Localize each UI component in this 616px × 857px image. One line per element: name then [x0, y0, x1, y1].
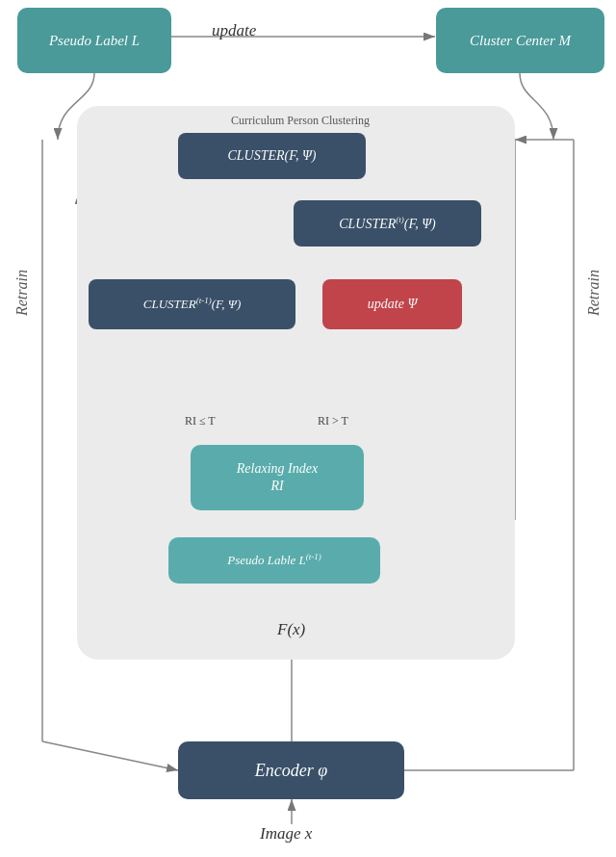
curriculum-label: Curriculum Person Clustering: [231, 114, 370, 128]
cluster-t-box: CLUSTER(t)(F, Ψ): [294, 200, 481, 247]
update-psi-box: update Ψ: [322, 279, 462, 329]
encoder-box: Encoder φ: [178, 741, 404, 799]
pseudo-label-box: Pseudo Label L: [17, 8, 171, 73]
relaxing-index-ri: RI: [270, 479, 283, 494]
cluster-t1-text: CLUSTER(t-1)(F, Ψ): [143, 296, 241, 312]
diagram-container: Pseudo Label L Cluster Center M update R…: [0, 0, 616, 857]
cluster-top-box: CLUSTER(F, Ψ): [178, 133, 366, 179]
retrain-right-label: Retrain: [585, 270, 603, 316]
encoder-text: Encoder φ: [255, 761, 327, 781]
cluster-center-box: Cluster Center M: [436, 8, 604, 73]
pseudo-label-inner-box: Pseudo Lable L(t-1): [168, 537, 380, 584]
update-label: update: [212, 21, 256, 40]
pseudo-label-inner-text: Pseudo Lable L(t-1): [227, 552, 321, 568]
cluster-t-text: CLUSTER(t)(F, Ψ): [339, 215, 436, 232]
ri-right-label: RI > T: [318, 414, 348, 428]
relaxing-index-label: Relaxing Index: [237, 461, 318, 477]
image-x-label: Image x: [260, 824, 312, 844]
relaxing-index-box: Relaxing Index RI: [191, 445, 364, 510]
ri-left-label: RI ≤ T: [185, 414, 216, 428]
fx-label: F(x): [277, 620, 305, 639]
pseudo-label-text: Pseudo Label L: [49, 33, 140, 49]
svg-line-5: [42, 741, 178, 770]
cluster-t1-box: CLUSTER(t-1)(F, Ψ): [89, 279, 295, 329]
retrain-left-label: Retrain: [13, 270, 31, 316]
update-psi-text: update Ψ: [368, 297, 417, 312]
cluster-center-text: Cluster Center M: [470, 33, 571, 49]
cluster-top-text: CLUSTER(F, Ψ): [227, 148, 316, 164]
